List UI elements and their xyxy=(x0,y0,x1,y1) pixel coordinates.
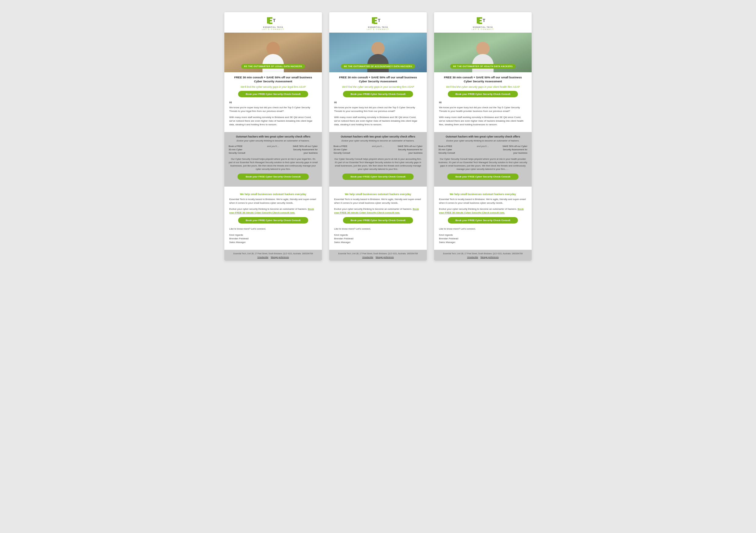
footer-links: Unsubscribe Manage preferences xyxy=(438,256,527,258)
cta-bottom-button[interactable]: Book your FREE Cyber Security Check Cons… xyxy=(448,217,518,223)
subheadline: We'll find the cyber security gaps in yo… xyxy=(229,85,317,88)
cta-grey-button[interactable]: Book your FREE Cyber Security Check Cons… xyxy=(447,174,519,180)
footer-body-1: Essential Tech is locally based in Brisb… xyxy=(334,198,422,205)
body-text-1: We know you're super busy but did you ch… xyxy=(334,106,422,113)
cta-top-button[interactable]: Book your FREE Cyber Security Check Cons… xyxy=(448,91,518,97)
logo-container: T ESSENTIAL TECH LET'S CONNECT xyxy=(332,16,424,30)
green-section-title: We help small businesses outsmart hacker… xyxy=(439,193,527,196)
logo-text-bottom: LET'S CONNECT xyxy=(367,28,389,30)
grey-section: Outsmart hackers with two great cyber se… xyxy=(434,132,532,186)
manage-prefs-link[interactable]: Manage preferences xyxy=(271,256,289,258)
logo-container: T ESSENTIAL TECH LET'S CONNECT xyxy=(228,16,319,30)
green-section-title: We help small businesses outsmart hacker… xyxy=(229,193,317,196)
grey-section-title: Outsmart hackers with two great cyber se… xyxy=(438,135,527,138)
manage-prefs-link[interactable]: Manage preferences xyxy=(480,256,499,258)
svg-marker-4 xyxy=(373,17,377,24)
email-body: FREE 30 min consult + SAVE 50% off our s… xyxy=(224,72,322,132)
svg-text:T: T xyxy=(378,18,380,23)
hero-area: BE THE OUTSMARTER OF LEGAL DATA HACKERS xyxy=(224,33,322,72)
sign-off: Like to know more? Let's connect. xyxy=(334,227,422,231)
footer-link[interactable]: Book your FREE 30 minute Cyber Security … xyxy=(334,208,419,214)
green-section-title: We help small businesses outsmart hacker… xyxy=(334,193,422,196)
email-card-legal: T ESSENTIAL TECH LET'S CONNECT BE THE OU… xyxy=(224,12,322,261)
footer-address: Essential Tech, Unit 2B, 17 Peel Street,… xyxy=(438,252,527,255)
body-text-1: We know you're super busy but did you ch… xyxy=(229,106,317,113)
hero-area: BE THE OUTSMARTER OF HEALTH DATA HACKERS xyxy=(434,33,532,72)
svg-rect-6 xyxy=(477,17,478,23)
email-header: T ESSENTIAL TECH LET'S CONNECT xyxy=(224,12,322,33)
offer-col-middle: and you'll.... xyxy=(258,145,288,155)
manage-prefs-link[interactable]: Manage preferences xyxy=(376,256,394,258)
page-wrapper: T ESSENTIAL TECH LET'S CONNECT BE THE OU… xyxy=(165,12,591,261)
footer-link[interactable]: Book your FREE 30 minute Cyber Security … xyxy=(229,208,314,214)
sign-off: Like to know more? Let's connect. xyxy=(439,227,527,231)
footer-link[interactable]: Book your FREE 30 minute Cyber Security … xyxy=(439,208,524,214)
cta-bottom-button[interactable]: Book your FREE Cyber Security Check Cons… xyxy=(238,217,308,223)
body-text-2: With many more staff working remotely in… xyxy=(334,116,422,126)
unsubscribe-link[interactable]: Unsubscribe xyxy=(362,256,373,258)
grey-body-text: Our Cyber Security Consult helps pinpoin… xyxy=(334,157,422,171)
body-text-2: With many more staff working remotely in… xyxy=(229,116,317,126)
grey-section-title: Outsmart hackers with two great cyber se… xyxy=(334,135,422,138)
footer-body-1: Essential Tech is locally based in Brisb… xyxy=(229,198,317,205)
greeting: Hi xyxy=(229,101,317,104)
headline: FREE 30 min consult + SAVE 50% off our s… xyxy=(229,75,317,84)
offer-table: Book a FREE30-min CyberSecurity Consult … xyxy=(438,145,527,155)
cta-top-button[interactable]: Book your FREE Cyber Security Check Cons… xyxy=(238,91,308,97)
cta-top-button[interactable]: Book your FREE Cyber Security Check Cons… xyxy=(343,91,413,97)
logo-icon: T xyxy=(372,16,384,26)
footer-links: Unsubscribe Manage preferences xyxy=(334,256,422,258)
offer-col-middle: and you'll.... xyxy=(468,145,498,155)
person-head xyxy=(371,42,385,55)
offer-table: Book a FREE30-min CyberSecurity Consult … xyxy=(229,145,318,155)
grey-body-text: Our Cyber Security Consult helps pinpoin… xyxy=(438,157,527,171)
body-text-2: With many more staff working remotely in… xyxy=(439,116,527,126)
subheadline: We'll find the cyber security gaps in yo… xyxy=(439,85,527,88)
email-header: T ESSENTIAL TECH LET'S CONNECT xyxy=(329,12,427,33)
email-header: T ESSENTIAL TECH LET'S CONNECT xyxy=(434,12,532,33)
headline: FREE 30 min consult + SAVE 50% off our s… xyxy=(334,75,422,84)
hero-badge: BE THE OUTSMARTER OF ACCOUNTANCY DATA HA… xyxy=(341,64,415,69)
email-card-accountancy: T ESSENTIAL TECH LET'S CONNECT BE THE OU… xyxy=(329,12,427,261)
greeting: Hi xyxy=(439,101,527,104)
grey-section: Outsmart hackers with two great cyber se… xyxy=(224,132,322,186)
grey-body-text: Our Cyber Security Consult helps pinpoin… xyxy=(229,157,318,171)
logo-container: T ESSENTIAL TECH LET'S CONNECT xyxy=(437,16,528,30)
regards: Kind regardsBrendan FelsteadSales Manage… xyxy=(229,233,317,244)
logo-text-top: ESSENTIAL TECH xyxy=(473,26,493,28)
subheadline: We'll find the cyber security gaps in yo… xyxy=(334,85,422,88)
footer-section: We help small businesses outsmart hacker… xyxy=(434,190,532,250)
headline: FREE 30 min consult + SAVE 50% off our s… xyxy=(439,75,527,84)
person-body xyxy=(262,54,284,72)
footer-body-2: Evolve your cyber security thinking to b… xyxy=(229,207,317,215)
footer-links: Unsubscribe Manage preferences xyxy=(229,256,318,258)
offer-col-left: Book a FREE30-min CyberSecurity Consult xyxy=(438,145,468,155)
regards: Kind regardsBrendan FelsteadSales Manage… xyxy=(439,233,527,244)
logo-text-top: ESSENTIAL TECH xyxy=(263,26,283,28)
logo-icon: T xyxy=(477,16,489,26)
offer-col-right: SAVE 50% off our CyberSecurity Assessmen… xyxy=(288,145,318,155)
grey-section-title: Outsmart hackers with two great cyber se… xyxy=(229,135,318,138)
regards: Kind regardsBrendan FelsteadSales Manage… xyxy=(334,233,422,244)
svg-marker-1 xyxy=(269,17,273,24)
body-text-1: We know you're super busy but did you ch… xyxy=(439,106,527,113)
svg-text:T: T xyxy=(273,18,276,23)
email-body: FREE 30 min consult + SAVE 50% off our s… xyxy=(329,72,427,132)
person-head xyxy=(476,42,490,55)
cta-bottom-button[interactable]: Book your FREE Cyber Security Check Cons… xyxy=(343,217,413,223)
offer-table: Book a FREE30-min CyberSecurity Consult … xyxy=(334,145,422,155)
unsubscribe-link[interactable]: Unsubscribe xyxy=(467,256,478,258)
email-footer: Essential Tech, Unit 2B, 17 Peel Street,… xyxy=(329,250,427,261)
hero-area: BE THE OUTSMARTER OF ACCOUNTANCY DATA HA… xyxy=(329,33,427,72)
grey-section-sub: Evolve your cyber security thinking to b… xyxy=(229,139,318,142)
hero-badge: BE THE OUTSMARTER OF LEGAL DATA HACKERS xyxy=(241,64,305,69)
svg-rect-0 xyxy=(267,17,269,23)
unsubscribe-link[interactable]: Unsubscribe xyxy=(257,256,268,258)
logo-text-top: ESSENTIAL TECH xyxy=(368,26,388,28)
cta-grey-button[interactable]: Book your FREE Cyber Security Check Cons… xyxy=(342,174,414,180)
footer-body-2: Evolve your cyber security thinking to b… xyxy=(439,207,527,215)
cta-grey-button[interactable]: Book your FREE Cyber Security Check Cons… xyxy=(237,174,309,180)
svg-marker-7 xyxy=(478,17,482,24)
grey-section: Outsmart hackers with two great cyber se… xyxy=(329,132,427,186)
logo-text-bottom: LET'S CONNECT xyxy=(262,28,284,30)
